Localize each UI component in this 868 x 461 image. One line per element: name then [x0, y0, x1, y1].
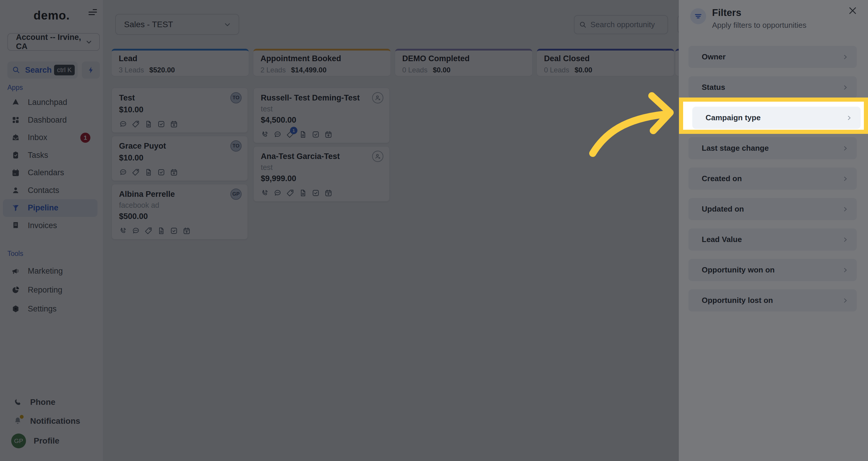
campaign-type-highlight: Campaign type — [679, 97, 868, 134]
filter-item-campaign-type-highlighted[interactable]: Campaign type — [692, 107, 861, 129]
tutorial-dim-overlay — [0, 0, 868, 461]
chevron-right-icon — [846, 115, 852, 121]
app-root: demo. Account -- Irvine, CA Search ctrl … — [0, 0, 868, 461]
